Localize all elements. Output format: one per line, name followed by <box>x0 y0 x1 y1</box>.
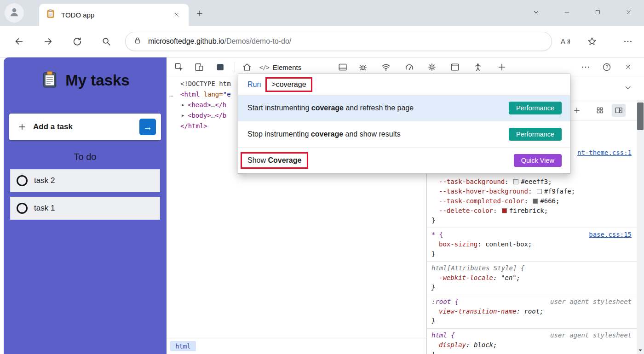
color-swatch-icon[interactable] <box>537 189 542 194</box>
new-style-rule-icon[interactable] <box>570 104 583 117</box>
command-menu-header: Run >coverage <box>238 74 570 95</box>
command-text: Stop instrumenting coverage and show res… <box>247 130 401 138</box>
task-list: task 2task 1 <box>10 169 160 220</box>
css-declaration[interactable]: --delete-color: firebrick; <box>431 206 632 216</box>
breadcrumb-item-html[interactable]: html <box>170 341 196 351</box>
css-file-link[interactable]: base.css:15 <box>589 230 632 240</box>
window-maximize-button[interactable] <box>587 4 608 20</box>
expand-arrow-icon[interactable]: ▶ <box>182 100 184 110</box>
read-aloud-icon[interactable]: A <box>556 32 575 51</box>
add-plus-icon <box>17 122 27 131</box>
more-tools-plus-icon[interactable] <box>495 60 509 74</box>
css-declaration[interactable]: box-sizing: content-box; <box>431 240 632 249</box>
tab-close-icon[interactable] <box>171 9 182 20</box>
search-button[interactable] <box>97 32 116 51</box>
device-emulation-icon[interactable] <box>192 60 206 74</box>
browser-tab[interactable]: TODO app <box>39 4 189 26</box>
svg-text:?: ? <box>606 65 609 70</box>
add-task-input[interactable]: Add a task → <box>9 114 161 140</box>
accessibility-icon[interactable] <box>471 60 485 74</box>
network-icon[interactable] <box>379 60 393 74</box>
command-category-badge: Performance <box>509 128 562 141</box>
issues-bug-icon[interactable] <box>356 60 370 74</box>
url-host: microsoftedge.github.io <box>148 37 224 45</box>
url-path: /Demos/demo-to-do/ <box>224 37 291 45</box>
css-rule[interactable]: * {base.css:15box-sizing: content-box;} <box>427 228 637 262</box>
task-checkbox-icon[interactable] <box>17 203 28 214</box>
forward-button[interactable] <box>39 32 58 51</box>
elements-breadcrumb-bar: html <box>167 338 426 354</box>
task-item[interactable]: task 2 <box>10 169 160 192</box>
todo-list-heading: To do <box>4 152 167 162</box>
add-task-label: Add a task <box>33 122 73 131</box>
expand-arrow-icon[interactable]: ▶ <box>182 110 184 121</box>
performance-icon[interactable] <box>402 60 416 74</box>
inspect-element-icon[interactable] <box>172 60 186 74</box>
css-rules-list: nt-theme.css:1--task-background: #eeeff3… <box>427 146 637 354</box>
application-icon[interactable] <box>448 60 462 74</box>
overflow-dots-icon: … <box>169 89 173 100</box>
new-tab-button[interactable] <box>193 6 207 20</box>
window-close-button[interactable] <box>618 4 639 20</box>
css-declaration[interactable]: display: block; <box>431 340 632 350</box>
help-icon[interactable]: ? <box>600 60 614 74</box>
css-selector: * { <box>431 231 443 238</box>
command-result-row[interactable]: Stop instrumenting coverage and show res… <box>238 121 570 148</box>
todo-app-panel: My tasks Add a task → To do task 2task 1 <box>4 57 167 354</box>
back-button[interactable] <box>9 32 29 51</box>
color-swatch-icon[interactable] <box>502 208 507 213</box>
scrollbar-thumb[interactable] <box>637 103 644 130</box>
command-menu-overlay: Run >coverage Start instrumenting covera… <box>238 74 570 174</box>
css-selector: :root { <box>431 298 459 305</box>
command-run-label: Run <box>247 80 261 89</box>
devtools-menu-icon[interactable] <box>579 60 592 74</box>
browser-menu-icon[interactable] <box>618 32 638 51</box>
computed-sidebar-toggle-icon[interactable] <box>612 104 626 117</box>
css-declaration[interactable]: -webkit-locale: "en"; <box>431 273 632 283</box>
url-text: microsoftedge.github.io/Demos/demo-to-do… <box>148 37 291 46</box>
command-result-row[interactable]: Show CoverageQuick View <box>238 148 570 173</box>
window-minimize-button[interactable] <box>556 4 577 20</box>
address-bar[interactable]: microsoftedge.github.io/Demos/demo-to-do… <box>125 32 552 51</box>
css-file-link[interactable]: nt-theme.css:1 <box>577 148 632 158</box>
css-declaration[interactable]: --task-background: #eeeff3; <box>431 177 632 187</box>
browser-navbar: microsoftedge.github.io/Demos/demo-to-do… <box>0 26 644 57</box>
add-task-submit-button[interactable]: → <box>139 119 156 135</box>
more-tabs-chevron-icon[interactable] <box>624 84 632 94</box>
favorites-star-icon[interactable] <box>582 32 602 51</box>
styles-scrollbar[interactable] <box>637 100 644 354</box>
stylesheet-origin-label: user agent stylesheet <box>550 297 632 307</box>
tab-title: TODO app <box>61 11 94 19</box>
browser-titlebar: TODO app <box>0 0 644 26</box>
color-swatch-icon[interactable] <box>533 199 538 204</box>
task-label: task 2 <box>34 176 55 185</box>
task-label: task 1 <box>34 204 55 213</box>
scrollbar-down-arrow-icon[interactable] <box>638 348 643 353</box>
css-declaration[interactable]: view-transition-name: root; <box>431 307 632 316</box>
page-title: My tasks <box>65 72 129 89</box>
command-results-list: Start instrumenting coverage and refresh… <box>238 95 570 173</box>
css-declaration[interactable]: --task-hover-background: #f9fafe; <box>431 187 632 196</box>
focus-tools-icon[interactable] <box>213 60 227 74</box>
tab-search-chevron-icon[interactable] <box>525 4 546 20</box>
command-query-input[interactable]: >coverage <box>265 77 312 92</box>
profile-avatar[interactable] <box>5 3 24 23</box>
devtools-close-icon[interactable] <box>621 60 635 74</box>
refresh-button[interactable] <box>68 32 87 51</box>
css-rule[interactable]: :root {user agent stylesheetview-transit… <box>427 295 637 329</box>
console-panel-icon[interactable] <box>336 60 350 74</box>
css-rule[interactable]: html {user agent stylesheetdisplay: bloc… <box>427 329 637 354</box>
settings-gear-icon[interactable] <box>425 60 439 74</box>
annotated-command-text: Show Coverage <box>241 152 308 169</box>
css-rule[interactable]: html[Attributes Style] {-webkit-locale: … <box>427 262 637 295</box>
color-swatch-icon[interactable] <box>513 179 518 184</box>
command-result-row[interactable]: Start instrumenting coverage and refresh… <box>238 95 570 121</box>
task-item[interactable]: task 1 <box>10 197 160 220</box>
welcome-tab-icon[interactable] <box>240 60 254 74</box>
clipboard-icon <box>40 70 59 91</box>
css-declaration[interactable]: --task-completed-color: #666; <box>431 196 632 206</box>
element-states-icon[interactable] <box>593 104 606 117</box>
command-category-badge: Quick View <box>514 154 562 167</box>
lock-icon[interactable] <box>133 36 142 47</box>
task-checkbox-icon[interactable] <box>17 175 28 186</box>
